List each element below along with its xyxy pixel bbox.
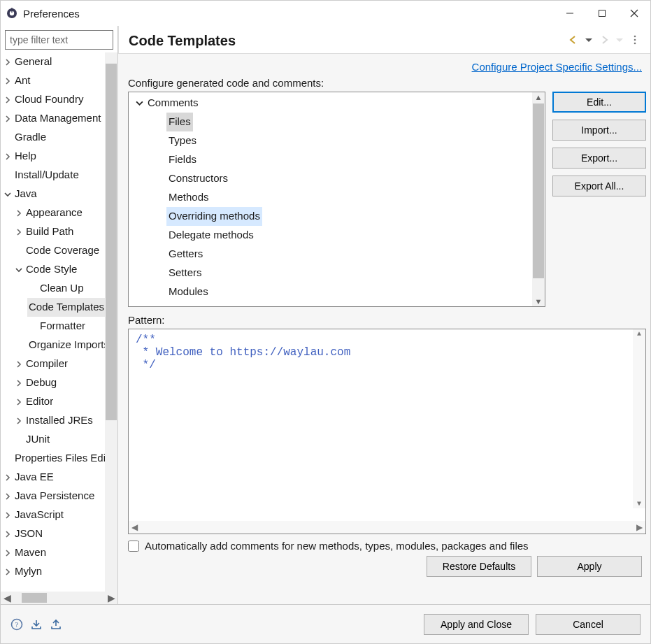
chevron-right-icon[interactable] [2,568,13,575]
chevron-right-icon[interactable] [2,115,13,122]
tree-item[interactable]: JavaScript [2,506,105,524]
template-item[interactable]: Fields [154,150,532,169]
chevron-right-icon[interactable] [2,96,13,103]
dropdown2-icon[interactable] [614,34,625,45]
template-item[interactable]: Types [154,131,532,150]
tree-item[interactable]: Organize Imports [27,336,105,355]
tree-item[interactable]: Code Templates [27,298,105,317]
pattern-vscrollbar[interactable]: ▲▼ [633,329,645,508]
template-item[interactable]: Overriding methods [154,207,532,226]
chevron-right-icon[interactable] [2,153,13,160]
project-settings-link[interactable]: Configure Project Specific Settings... [472,61,642,73]
auto-comment-checkbox-row[interactable]: Automatically add comments for new metho… [128,540,646,552]
tree-item[interactable]: Code Coverage [13,241,105,260]
tree-item[interactable]: Properties Files Editor [13,449,105,468]
chevron-right-icon[interactable] [13,380,24,387]
export-prefs-icon[interactable] [50,618,62,631]
tree-item-label: Installed JREs [24,411,94,429]
auto-comment-checkbox[interactable] [128,541,139,552]
dropdown-icon[interactable] [583,34,594,45]
export-button[interactable]: Export... [552,148,646,169]
tree-item[interactable]: JUnit [13,430,105,449]
tree-item[interactable]: Ant [2,71,105,90]
template-item-label: Comments [145,94,201,112]
tree-item[interactable]: Java EE [2,468,105,487]
tree-item[interactable]: Java [2,185,105,203]
templates-tree[interactable]: CommentsFilesTypesFieldsConstructorsMeth… [129,92,532,306]
tree-item[interactable]: Formatter [27,317,105,336]
sidebar-scrollbar[interactable] [105,52,117,592]
close-button[interactable] [618,2,650,24]
preferences-tree[interactable]: GeneralAntCloud FoundryData ManagementGr… [1,52,105,592]
forward-icon[interactable] [599,34,610,45]
tree-item[interactable]: Code Style [13,260,105,279]
template-item[interactable]: Getters [154,245,532,264]
chevron-right-icon[interactable] [2,493,13,500]
tree-item[interactable]: JSON [2,524,105,543]
export-all-button[interactable]: Export All... [552,176,646,196]
back-icon[interactable] [568,34,579,45]
apply-button[interactable]: Apply [537,556,642,577]
import-button[interactable]: Import... [552,120,646,141]
chevron-right-icon[interactable] [13,361,24,368]
tree-item-label: Mylyn [13,562,43,580]
chevron-right-icon[interactable] [13,210,24,217]
template-item-label: Overriding methods [166,207,262,225]
template-item[interactable]: Delegate methods [154,226,532,245]
template-item[interactable]: Modules [154,282,532,301]
pattern-hscrollbar[interactable]: ◀▶ [129,521,645,534]
tree-item[interactable]: General [2,52,105,71]
template-item-label: Files [166,113,193,131]
tree-item[interactable]: Clean Up [27,279,105,298]
template-item[interactable]: Methods [154,188,532,207]
chevron-right-icon[interactable] [13,417,24,424]
chevron-right-icon[interactable] [13,399,24,406]
tree-item[interactable]: Build Path [13,222,105,241]
filter-input[interactable] [5,30,113,50]
template-item[interactable]: Files [154,113,532,131]
tree-item-label: JUnit [24,430,51,448]
tree-item[interactable]: Gradle [2,128,105,147]
template-item-label: Modules [166,282,210,301]
tree-item[interactable]: Editor [13,392,105,411]
tree-item[interactable]: Install/Update [2,166,105,185]
restore-defaults-button[interactable]: Restore Defaults [427,556,531,577]
chevron-right-icon[interactable] [2,531,13,538]
template-item[interactable]: Comments [133,94,532,113]
template-item-label: Setters [166,264,204,282]
chevron-right-icon[interactable] [2,512,13,519]
chevron-right-icon[interactable] [13,229,24,236]
import-prefs-icon[interactable] [30,618,43,631]
chevron-down-icon[interactable] [13,266,24,273]
template-item[interactable]: Constructors [154,169,532,188]
tree-item[interactable]: Debug [13,373,105,392]
tree-item-label: Editor [24,392,55,410]
tree-item[interactable]: Installed JREs [13,411,105,430]
cancel-button[interactable]: Cancel [536,614,641,635]
minimize-button[interactable] [554,2,586,24]
help-icon[interactable]: ? [10,618,23,631]
chevron-right-icon[interactable] [2,78,13,85]
chevron-right-icon[interactable] [2,474,13,481]
tree-item[interactable]: Help [2,147,105,166]
menu-icon[interactable] [629,34,641,45]
pattern-text[interactable]: /** * Welcome to https://waylau.com */▲▼ [129,329,645,521]
tree-item[interactable]: Mylyn [2,562,105,581]
tree-item-label: Formatter [38,317,87,335]
chevron-down-icon[interactable] [2,191,13,198]
edit-button[interactable]: Edit... [552,92,646,113]
tree-item[interactable]: Cloud Foundry [2,90,105,109]
sidebar-hscrollbar[interactable]: ◀ ▶ [1,592,117,604]
tree-item[interactable]: Java Persistence [2,487,105,506]
chevron-right-icon[interactable] [2,59,13,66]
template-item[interactable]: Setters [154,264,532,282]
tree-item[interactable]: Compiler [13,355,105,373]
templates-scrollbar[interactable]: ▲ ▼ [532,92,545,306]
tree-item[interactable]: Data Management [2,109,105,128]
chevron-right-icon[interactable] [2,550,13,557]
maximize-button[interactable] [586,2,618,24]
tree-item[interactable]: Maven [2,543,105,562]
tree-item[interactable]: Appearance [13,203,105,222]
chevron-down-icon[interactable] [133,99,145,107]
apply-and-close-button[interactable]: Apply and Close [424,614,529,635]
